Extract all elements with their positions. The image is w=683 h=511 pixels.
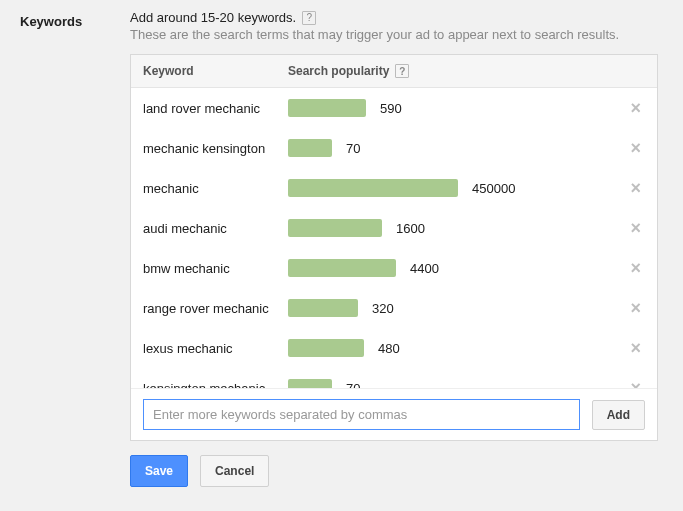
- popularity-cell: 480: [288, 339, 626, 357]
- header-popularity: Search popularity: [288, 64, 389, 78]
- table-header: Keyword Search popularity ?: [131, 55, 657, 88]
- popularity-bar: [288, 379, 332, 388]
- remove-icon[interactable]: ×: [626, 179, 645, 197]
- keyword-term: mechanic kensington: [143, 141, 288, 156]
- keyword-input[interactable]: [143, 399, 580, 430]
- popularity-bar: [288, 99, 366, 117]
- popularity-value: 590: [380, 101, 402, 116]
- popularity-bar: [288, 259, 396, 277]
- keyword-term: range rover mechanic: [143, 301, 288, 316]
- table-row: mechanic kensington70×: [131, 128, 657, 168]
- table-row: kensington mechanic70×: [131, 368, 657, 388]
- keyword-term: audi mechanic: [143, 221, 288, 236]
- popularity-cell: 4400: [288, 259, 626, 277]
- keywords-list: land rover mechanic590×mechanic kensingt…: [131, 88, 657, 388]
- keyword-term: land rover mechanic: [143, 101, 288, 116]
- table-row: bmw mechanic4400×: [131, 248, 657, 288]
- popularity-cell: 70: [288, 139, 626, 157]
- section-label: Keywords: [20, 10, 130, 487]
- popularity-cell: 1600: [288, 219, 626, 237]
- help-icon[interactable]: ?: [302, 11, 316, 25]
- popularity-bar: [288, 339, 364, 357]
- table-row: audi mechanic1600×: [131, 208, 657, 248]
- popularity-value: 450000: [472, 181, 515, 196]
- popularity-bar: [288, 219, 382, 237]
- table-row: mechanic450000×: [131, 168, 657, 208]
- keyword-term: bmw mechanic: [143, 261, 288, 276]
- popularity-value: 480: [378, 341, 400, 356]
- remove-icon[interactable]: ×: [626, 219, 645, 237]
- remove-icon[interactable]: ×: [626, 299, 645, 317]
- popularity-value: 320: [372, 301, 394, 316]
- remove-icon[interactable]: ×: [626, 379, 645, 388]
- popularity-bar: [288, 139, 332, 157]
- popularity-value: 70: [346, 141, 360, 156]
- cancel-button[interactable]: Cancel: [200, 455, 269, 487]
- table-row: range rover mechanic320×: [131, 288, 657, 328]
- sub-instruction: These are the search terms that may trig…: [130, 27, 663, 42]
- remove-icon[interactable]: ×: [626, 259, 645, 277]
- add-button[interactable]: Add: [592, 400, 645, 430]
- save-button[interactable]: Save: [130, 455, 188, 487]
- popularity-bar: [288, 299, 358, 317]
- keyword-term: mechanic: [143, 181, 288, 196]
- table-row: land rover mechanic590×: [131, 88, 657, 128]
- popularity-cell: 70: [288, 379, 626, 388]
- popularity-cell: 450000: [288, 179, 626, 197]
- remove-icon[interactable]: ×: [626, 139, 645, 157]
- help-icon[interactable]: ?: [395, 64, 409, 78]
- popularity-value: 1600: [396, 221, 425, 236]
- remove-icon[interactable]: ×: [626, 339, 645, 357]
- keywords-panel: Keyword Search popularity ? land rover m…: [130, 54, 658, 441]
- instruction-text: Add around 15-20 keywords.: [130, 10, 296, 25]
- header-keyword: Keyword: [143, 64, 288, 78]
- popularity-bar: [288, 179, 458, 197]
- popularity-value: 4400: [410, 261, 439, 276]
- popularity-cell: 320: [288, 299, 626, 317]
- keyword-term: kensington mechanic: [143, 381, 288, 389]
- table-row: lexus mechanic480×: [131, 328, 657, 368]
- popularity-cell: 590: [288, 99, 626, 117]
- keyword-term: lexus mechanic: [143, 341, 288, 356]
- popularity-value: 70: [346, 381, 360, 389]
- remove-icon[interactable]: ×: [626, 99, 645, 117]
